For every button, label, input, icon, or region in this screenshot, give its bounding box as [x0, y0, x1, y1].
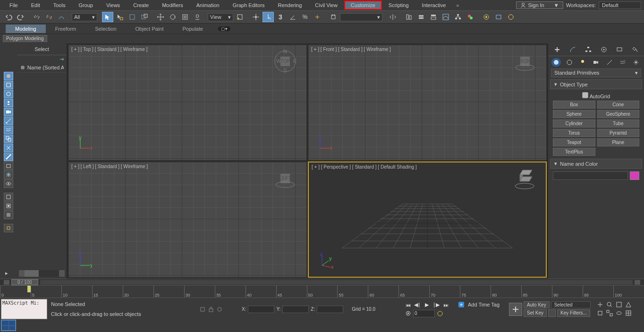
- viewcube-top[interactable]: TOPNSWE: [273, 50, 297, 73]
- cylinder-button[interactable]: Cylinder: [553, 119, 595, 128]
- undo-button[interactable]: [3, 12, 14, 22]
- zoom-all-button[interactable]: [616, 301, 624, 309]
- lock-icon[interactable]: [208, 306, 214, 313]
- viewcube-front[interactable]: FRONT: [513, 50, 537, 73]
- maximize-viewport-button[interactable]: [625, 310, 634, 317]
- viewport-top[interactable]: [ + ] [ Top ] [ Standard ] [ Wireframe ]…: [68, 44, 307, 161]
- keyfilter-dropdown[interactable]: Selected: [551, 301, 591, 308]
- rotate-button[interactable]: [167, 12, 178, 22]
- named-sets-dropdown[interactable]: ▾: [340, 13, 382, 21]
- viewcube-persp[interactable]: [513, 167, 536, 191]
- ribbon-tab-populate[interactable]: Populate: [173, 25, 212, 33]
- display-spacewarps-icon[interactable]: [4, 126, 13, 134]
- current-frame-input[interactable]: [413, 310, 435, 317]
- motion-tab[interactable]: [599, 45, 609, 54]
- display-geometry-icon[interactable]: [4, 81, 13, 89]
- helpers-cat[interactable]: [605, 58, 614, 67]
- zoom-extents-all-button[interactable]: [606, 310, 615, 317]
- placement-button[interactable]: [192, 12, 203, 22]
- display-tab[interactable]: [614, 45, 625, 54]
- menu-scripting[interactable]: Scripting: [382, 0, 415, 10]
- geosphere-button[interactable]: GeoSphere: [597, 110, 640, 118]
- play-button[interactable]: ▶: [423, 301, 431, 309]
- y-input[interactable]: [282, 306, 309, 313]
- pivot-button[interactable]: [234, 12, 246, 22]
- menu-views[interactable]: Views: [100, 0, 127, 10]
- sel-panel-collapse-icon[interactable]: ▸: [5, 270, 12, 277]
- menu-modifiers[interactable]: Modifiers: [155, 0, 190, 10]
- box-button[interactable]: Box: [553, 101, 595, 109]
- angle-snap-button[interactable]: [287, 12, 298, 22]
- selection-region-button[interactable]: [127, 12, 138, 22]
- pyramid-button[interactable]: Pyramid: [597, 129, 640, 137]
- signin-button[interactable]: Sign In ▼: [516, 1, 563, 9]
- timeslider-left-icon[interactable]: [4, 280, 9, 285]
- ribbon-tab-objectpaint[interactable]: Object Paint: [126, 25, 173, 33]
- render-button[interactable]: [505, 12, 517, 22]
- viewport-front-label[interactable]: [ + ] [ Front ] [ Standard ] [ Wireframe…: [311, 47, 391, 52]
- render-setup-button[interactable]: [481, 12, 492, 22]
- zoom-button[interactable]: [606, 301, 615, 309]
- workspaces-dropdown[interactable]: Default: [599, 1, 641, 9]
- display-cameras-icon[interactable]: [4, 108, 13, 116]
- shapes-cat[interactable]: [565, 58, 574, 67]
- select-by-name-button[interactable]: [114, 12, 126, 22]
- sel-expand-icon[interactable]: [4, 193, 13, 201]
- hierarchy-tab[interactable]: [583, 45, 593, 54]
- display-container-icon[interactable]: [4, 162, 13, 170]
- display-lights-icon[interactable]: [4, 99, 13, 107]
- display-xrefs-icon[interactable]: [4, 144, 13, 152]
- name-color-header[interactable]: ▾Name and Color: [550, 159, 642, 169]
- viewport-persp-label[interactable]: [ + ] [ Perspective ] [ Standard ] [ Def…: [312, 164, 417, 170]
- schematic-button[interactable]: [452, 12, 464, 22]
- object-name-input[interactable]: [553, 171, 628, 180]
- menu-civilview[interactable]: Civil View: [308, 0, 344, 10]
- viewcube-left[interactable]: LEFT: [273, 167, 297, 190]
- sel-children-icon[interactable]: [4, 202, 13, 210]
- zoom-extents-button[interactable]: [597, 310, 605, 317]
- snaps-toggle-button[interactable]: 3: [275, 12, 286, 22]
- pan-button[interactable]: [597, 301, 605, 309]
- ref-coord-dropdown[interactable]: View▾: [208, 13, 233, 21]
- percent-snap-button[interactable]: %: [299, 12, 311, 22]
- torus-button[interactable]: Torus: [553, 129, 595, 137]
- display-groups-icon[interactable]: [4, 135, 13, 143]
- modify-tab[interactable]: [568, 45, 578, 54]
- ribbon-tab-modeling[interactable]: Modeling: [6, 25, 46, 33]
- spinner-snap-button[interactable]: [312, 12, 323, 22]
- unlink-button[interactable]: [43, 12, 55, 22]
- menu-create[interactable]: Create: [127, 0, 155, 10]
- menu-group[interactable]: Group: [72, 0, 100, 10]
- mirror-button[interactable]: [387, 12, 398, 22]
- color-swatch[interactable]: [630, 171, 639, 180]
- move-button[interactable]: [155, 12, 166, 22]
- scene-explorer-hscroll[interactable]: [19, 270, 65, 277]
- menu-customize[interactable]: Customize: [344, 0, 382, 10]
- keyfilters-button[interactable]: Key Filters...: [557, 309, 590, 317]
- ribbon-panel-polygon[interactable]: Polygon Modeling: [3, 35, 47, 42]
- sel-sync-icon[interactable]: [4, 224, 13, 232]
- scroll-thumb[interactable]: [25, 270, 39, 277]
- autogrid-checkbox[interactable]: AutoGrid: [582, 92, 610, 99]
- explorer-pin-icon[interactable]: ⇥: [17, 55, 67, 63]
- window-crossing-button[interactable]: [139, 12, 150, 22]
- setkey-button[interactable]: Set Key: [524, 309, 547, 317]
- manipulate-button[interactable]: [250, 12, 262, 22]
- name-column-header[interactable]: Name (Sorted A: [17, 63, 67, 73]
- sel-influences-icon[interactable]: [4, 211, 13, 219]
- viewport-top-label[interactable]: [ + ] [ Top ] [ Standard ] [ Wireframe ]: [71, 47, 147, 52]
- key-mode-button[interactable]: ⦿: [404, 310, 412, 317]
- next-frame-button[interactable]: ∣▶: [432, 301, 441, 309]
- selection-lock-icon[interactable]: [199, 306, 206, 313]
- align-button[interactable]: [403, 12, 415, 22]
- viewport-left-label[interactable]: [ + ] [ Left ] [ Standard ] [ Wireframe …: [71, 164, 148, 169]
- spacewarps-cat[interactable]: [618, 58, 627, 67]
- time-slider-track[interactable]: [40, 280, 633, 285]
- prev-frame-button[interactable]: ◀∣: [413, 301, 422, 309]
- create-tab[interactable]: [552, 45, 562, 54]
- z-input[interactable]: [317, 306, 343, 313]
- time-ruler[interactable]: 0510152025303540455055606570758085909510…: [0, 285, 644, 298]
- link-button[interactable]: [31, 12, 42, 22]
- viewport-front[interactable]: [ + ] [ Front ] [ Standard ] [ Wireframe…: [308, 44, 547, 161]
- autokey-button[interactable]: Auto Key: [524, 301, 550, 308]
